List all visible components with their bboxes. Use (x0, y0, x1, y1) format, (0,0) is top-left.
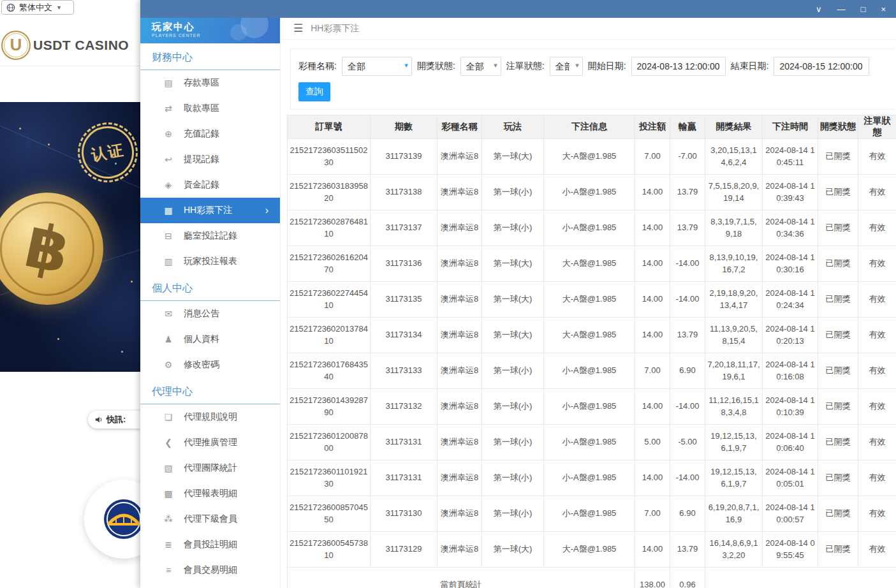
table-row: 215217236026162047031173136澳洲幸运8第一球(大)大-… (288, 246, 896, 282)
sidebar-item-agent-sub-members[interactable]: ⁂代理下級會員 (140, 506, 280, 532)
table-cell: 31173133 (371, 353, 437, 389)
deposit-icon: ▤ (163, 78, 173, 88)
team-logo (103, 499, 140, 540)
announcements-icon: ✉ (163, 309, 173, 319)
sidebar-item-recharge-records[interactable]: ⊕充值記錄 (140, 121, 280, 147)
table-row: 215217236005457381031173129澳洲幸运8第一球(大)大-… (288, 532, 896, 568)
sidebar-item-agent-team-stats[interactable]: ▧代理團隊統計 (140, 455, 280, 481)
bet-table-body: 215217236035115023031173139澳洲幸运8第一球(大)大-… (288, 139, 896, 568)
sidebar-item-funds-records[interactable]: ◈資金記錄 (140, 172, 280, 198)
sidebar-item-agent-report-detail[interactable]: ▩代理報表明細 (140, 481, 280, 506)
table-cell: 有效 (858, 318, 896, 353)
window-maximize-button[interactable]: □ (861, 5, 866, 13)
footer-stats-label: 當前頁統計 (288, 568, 635, 588)
agent-rules-icon: ❏ (163, 412, 173, 422)
table-cell: -14.00 (670, 282, 705, 318)
draw-status-select[interactable]: 全部 (460, 57, 501, 76)
member-transactions-icon: ≡ (163, 565, 173, 575)
table-cell: 第一球(大) (482, 246, 544, 282)
app-window: ∨ — □ × 玩家中心 PLAYERS CENTER 财務中心▤存款專區⇄取款… (140, 0, 896, 588)
window-collapse-button[interactable]: ∨ (816, 5, 822, 13)
lottery-name-select[interactable]: 全部 (342, 57, 412, 76)
sidebar-item-label: 充值記錄 (184, 128, 219, 140)
table-cell: 2024-08-14 10:16:08 (763, 353, 818, 389)
table-cell: 有效 (858, 282, 896, 318)
agent-sub-members-icon: ⁂ (163, 514, 173, 524)
sidebar-item-withdrawal-records[interactable]: ↩提現記錄 (140, 147, 280, 172)
table-cell: 已開獎 (818, 460, 858, 496)
start-date-input[interactable] (631, 57, 726, 76)
table-cell: 14.00 (635, 282, 670, 318)
brand-logo: U USDT CASINO (0, 24, 140, 66)
table-cell: -5.00 (670, 425, 705, 460)
column-header: 開獎結果 (705, 115, 763, 139)
sidebar-item-member-bets-detail[interactable]: ≣會員投註明細 (140, 532, 280, 557)
sidebar-item-change-password[interactable]: ⚙修改密碼 (140, 352, 280, 378)
lottery-name-label: 彩種名稱: (298, 61, 337, 72)
table-cell: 已開獎 (818, 425, 858, 460)
chevron-right-icon: › (265, 205, 280, 216)
table-cell: 大-A盤@1.985 (544, 282, 635, 318)
news-ticker[interactable]: 快訊: (88, 411, 140, 429)
brand-name: USDT CASINO (33, 38, 129, 53)
table-cell: 有效 (858, 139, 896, 175)
table-cell: 小-A盤@1.985 (544, 389, 635, 425)
agent-report-detail-icon: ▩ (163, 489, 173, 499)
search-button[interactable]: 查詢 (298, 82, 330, 101)
topbar: ☰ HH彩票下注 (281, 18, 896, 40)
withdrawal-records-icon: ↩ (163, 154, 173, 165)
table-cell: 14.00 (635, 532, 670, 568)
sidebar-item-agent-rules[interactable]: ❏代理規則說明 (140, 404, 280, 430)
end-date-input[interactable] (774, 57, 869, 76)
language-label: 繁体中文 (19, 2, 52, 13)
filter-row: 彩種名稱: 全部 ▾ 開獎狀態: 全部 ▾ 注單狀態: (298, 57, 895, 76)
sidebar-item-deposit[interactable]: ▤存款專區 (140, 70, 280, 96)
table-cell: 已開獎 (818, 282, 858, 318)
sidebar-item-announcements[interactable]: ✉消息公告 (140, 301, 280, 327)
hamburger-menu-icon[interactable]: ☰ (293, 22, 303, 35)
table-cell: 8,13,9,10,19,16,7,2 (705, 246, 763, 282)
table-cell: 澳洲幸运8 (437, 175, 482, 210)
table-cell: 小-A盤@1.985 (544, 353, 635, 389)
table-cell: 2024-08-14 10:30:16 (763, 246, 818, 282)
agent-promotion-icon: ❮ (163, 437, 173, 448)
table-cell: 6,19,20,8,7,1,16,9 (705, 496, 763, 532)
table-row: 215217236011019213031173131澳洲幸运8第一球(小)小-… (288, 460, 896, 496)
language-selector[interactable]: 繁体中文 ▾ (1, 0, 74, 15)
sidebar-item-label: 廳室投註記錄 (184, 230, 237, 242)
table-cell: 第一球(大) (482, 532, 544, 568)
table-cell: 小-A盤@1.985 (544, 496, 635, 532)
seal-label: 认证 (90, 140, 126, 166)
column-header: 輸贏 (670, 115, 705, 139)
table-cell: 31173134 (371, 318, 437, 353)
column-header: 投注額 (635, 115, 670, 139)
funds-records-icon: ◈ (163, 180, 173, 190)
column-header: 期數 (371, 115, 437, 139)
table-cell: 2152172360054573810 (288, 532, 371, 568)
sidebar-item-lottery-bets[interactable]: ▦HH彩票下注› (140, 198, 280, 223)
table-cell: 31173132 (371, 389, 437, 425)
certified-seal-badge: 认证 (78, 122, 138, 183)
sidebar-item-agent-promotion[interactable]: ❮代理推廣管理 (140, 430, 280, 455)
table-cell: 19,12,15,13,6,1,9,7 (705, 460, 763, 496)
bet-table-head-row: 訂單號期數彩種名稱玩法下注信息投注額輸贏開獎結果下注時間開獎狀態注單狀態 (288, 115, 896, 139)
order-status-select[interactable]: 全部 (550, 57, 583, 76)
sidebar-item-member-transactions[interactable]: ≡會員交易明細 (140, 557, 280, 583)
table-cell: 已開獎 (818, 532, 858, 568)
window-minimize-button[interactable]: — (837, 5, 846, 13)
table-row: 215217236012008780031173131澳洲幸运8第一球(小)小-… (288, 425, 896, 460)
sidebar-item-player-bet-report[interactable]: ▥玩家投注報表 (140, 249, 280, 274)
table-cell: 第一球(小) (482, 175, 544, 210)
table-cell: 2024-08-14 10:00:57 (763, 496, 818, 532)
end-date-label: 結束日期: (731, 61, 769, 72)
table-cell: 7.00 (635, 496, 670, 532)
table-cell: 澳洲幸运8 (437, 460, 482, 496)
sidebar-item-withdraw[interactable]: ⇄取款專區 (140, 96, 280, 121)
window-close-button[interactable]: × (881, 5, 886, 13)
sidebar-item-room-bets-records[interactable]: ⊟廳室投註記錄 (140, 223, 280, 249)
sidebar-header: 玩家中心 PLAYERS CENTER (140, 18, 280, 43)
lottery-bets-icon: ▦ (163, 205, 173, 216)
table-cell: 已開獎 (818, 210, 858, 246)
table-cell: 已開獎 (818, 139, 858, 175)
sidebar-item-profile[interactable]: ♟個人資料 (140, 327, 280, 352)
